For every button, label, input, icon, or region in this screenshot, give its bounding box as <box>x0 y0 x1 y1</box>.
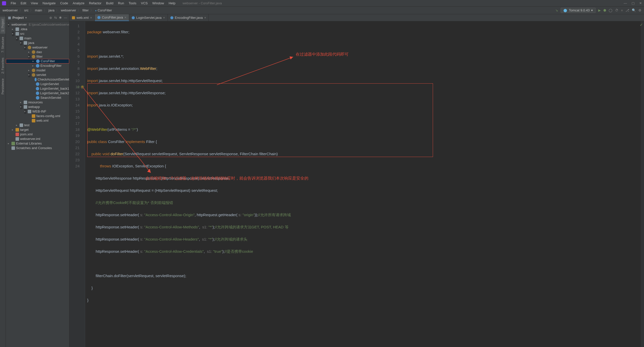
build-icon[interactable]: ↘ <box>555 8 558 12</box>
stop-icon[interactable]: ■ <box>621 8 623 12</box>
maximize-icon[interactable]: ▢ <box>632 1 635 5</box>
tab-close-icon[interactable]: × <box>204 16 206 20</box>
close-icon[interactable]: ✕ <box>639 1 642 5</box>
vcs-icon[interactable]: ⎇ <box>625 8 629 12</box>
crumb-1[interactable]: src <box>24 8 28 12</box>
coverage-icon[interactable]: ◯ <box>609 8 612 12</box>
crumb-3[interactable]: java <box>49 8 55 12</box>
tree-node[interactable]: EncodingFilter <box>6 64 69 68</box>
tree-node[interactable]: model <box>6 68 69 73</box>
debug-icon[interactable]: ⬢ <box>603 8 606 12</box>
crumb-0[interactable]: webserver <box>3 8 18 12</box>
menu-window[interactable]: Window <box>150 1 166 6</box>
menu-refactor[interactable]: Refactor <box>87 1 103 6</box>
minimize-icon[interactable]: — <box>624 1 627 5</box>
tab-close-icon[interactable]: × <box>163 16 165 20</box>
tree-node[interactable]: webserver <box>6 45 69 50</box>
tool-tab-structure[interactable]: 7: Structure <box>0 35 5 55</box>
settings-gear-icon[interactable]: ✱ <box>59 16 62 20</box>
tree-node[interactable]: resources <box>6 100 69 105</box>
tool-tab-persistence[interactable]: Persistence <box>0 76 5 97</box>
tree-node[interactable]: test <box>6 123 69 128</box>
tree-node[interactable]: faces-config.xml <box>6 114 69 118</box>
tree-node[interactable]: main <box>6 36 69 41</box>
editor-tab[interactable]: LoginServlet.java× <box>129 14 168 21</box>
tree-node[interactable]: target <box>6 128 69 132</box>
project-panel: ▦ Project▾ ⊕ ⇆ ✱ — webserverE:\javaCode\… <box>6 14 69 347</box>
profile-icon[interactable]: ⏱ <box>615 8 618 12</box>
tree-node[interactable]: LoginServlet_back2 <box>6 91 69 96</box>
tool-tab-project[interactable]: 1: Project <box>0 17 5 34</box>
tree-node[interactable]: SearchServlet <box>6 96 69 100</box>
editor-tab[interactable]: EncodingFilter.java× <box>168 14 209 21</box>
tree-node[interactable]: java <box>6 41 69 45</box>
window-title: webserver - CorsFilter.java <box>183 1 222 5</box>
error-stripe[interactable] <box>640 21 644 347</box>
editor-tab[interactable]: web.xml× <box>69 14 95 21</box>
search-icon[interactable]: 🔍 <box>632 8 636 12</box>
menu-navigate[interactable]: Navigate <box>40 1 57 6</box>
collapse-icon[interactable]: ⇆ <box>54 16 57 20</box>
tree-node[interactable]: dao <box>6 50 69 54</box>
menu-edit[interactable]: Edit <box>19 1 28 6</box>
inspection-ok-icon[interactable]: ✓ <box>640 22 643 27</box>
tree-node[interactable]: .idea <box>6 27 69 31</box>
code-content[interactable]: package webserver.filter; import javax.s… <box>85 21 640 347</box>
hide-icon[interactable]: — <box>64 16 67 20</box>
tree-node[interactable]: External Libraries <box>6 141 69 146</box>
nav-bar: webserver〉 src〉 main〉 java〉 webserver〉 f… <box>0 7 644 14</box>
crumb-2[interactable]: main <box>35 8 42 12</box>
annotation-text-top: 在过滤器中添加此段代码即可 <box>296 52 349 57</box>
tree-node[interactable]: web.xml <box>6 118 69 123</box>
locate-icon[interactable]: ⊕ <box>49 16 52 20</box>
line-gutter: 123456789101112131415161718192021222324 <box>69 21 82 347</box>
tree-node[interactable]: WEB-INF <box>6 109 69 114</box>
breadcrumbs: webserver〉 src〉 main〉 java〉 webserver〉 f… <box>3 8 112 13</box>
panel-icon: ▦ <box>8 16 11 20</box>
tree-node[interactable]: webapp <box>6 105 69 109</box>
crumb-class[interactable]: CorsFilter <box>95 8 112 12</box>
tree-node[interactable]: servlet <box>6 73 69 77</box>
panel-title: Project <box>12 16 24 20</box>
crumb-5[interactable]: filter <box>82 8 89 12</box>
tree-node[interactable]: LoginServlet <box>6 82 69 86</box>
main-menu: File Edit View Navigate Code Analyze Ref… <box>9 1 177 6</box>
code-editor[interactable]: 123456789101112131415161718192021222324 … <box>69 21 644 347</box>
tree-node[interactable]: CorsFilter <box>6 59 69 64</box>
tab-close-icon[interactable]: × <box>125 16 126 19</box>
tree-node[interactable]: pom.xml <box>6 132 69 137</box>
menu-view[interactable]: View <box>29 1 40 6</box>
editor-tab[interactable]: CorsFilter.java× <box>95 14 129 21</box>
editor-tabs: web.xml×CorsFilter.java×LoginServlet.jav… <box>69 14 644 21</box>
menu-analyze[interactable]: Analyze <box>71 1 86 6</box>
tree-node[interactable]: filter <box>6 54 69 59</box>
left-tool-tabs: 1: Project 7: Structure 2: Favorites Per… <box>0 14 6 347</box>
menu-help[interactable]: Help <box>167 1 177 6</box>
app-logo-icon <box>2 1 6 5</box>
tree-node[interactable]: src <box>6 31 69 36</box>
fold-gutter[interactable] <box>82 21 85 347</box>
menu-code[interactable]: Code <box>58 1 70 6</box>
crumb-4[interactable]: webserver <box>61 8 76 12</box>
menu-vcs[interactable]: VCS <box>139 1 150 6</box>
title-bar: File Edit View Navigate Code Analyze Ref… <box>0 0 644 7</box>
tree-node[interactable]: webserver.iml <box>6 137 69 141</box>
menu-tools[interactable]: Tools <box>127 1 138 6</box>
menu-run[interactable]: Run <box>116 1 126 6</box>
annotation-text-bottom: 在后端添加一个过滤器，这样后端在向前端响应时，就会告诉浏览器我们本次响应是安全的 <box>146 176 308 181</box>
tree-node[interactable]: LoginServlet_back1 <box>6 86 69 91</box>
run-icon[interactable]: ▶ <box>598 8 601 12</box>
tab-close-icon[interactable]: × <box>90 16 92 20</box>
tree-node[interactable]: webserverE:\javaCode\code\webserver <box>6 22 69 27</box>
menu-build[interactable]: Build <box>104 1 115 6</box>
override-marker-icon[interactable]: o↑@ <box>77 84 84 90</box>
run-config-selector[interactable]: ⬤Tomcat 9.0.43▾ <box>561 8 596 13</box>
menu-file[interactable]: File <box>9 1 18 6</box>
tool-tab-favorites[interactable]: 2: Favorites <box>0 56 5 76</box>
project-tree[interactable]: webserverE:\javaCode\code\webserver.idea… <box>6 21 69 347</box>
tree-node[interactable]: Scratches and Consoles <box>6 146 69 150</box>
tree-node[interactable]: CheckAccountServlet <box>6 77 69 82</box>
settings-icon[interactable]: ⚙ <box>638 8 641 12</box>
